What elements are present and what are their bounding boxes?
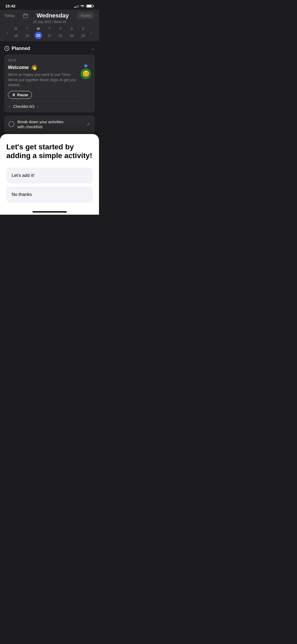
day-number: 24 [79,32,87,39]
day-letter: W [37,27,40,31]
bottom-sheet: Let's get started by adding a simple act… [0,134,99,215]
day-col-s23[interactable]: S 23 [68,27,76,39]
day-letter: T [49,27,50,31]
wave-emoji: 👋 [31,64,37,71]
status-time: 15:42 [5,4,15,8]
status-icons [74,4,94,8]
add-activity-button[interactable]: Let's add it! [6,168,93,183]
breakdown-left: Break down your activitieswith checklist… [8,119,63,130]
day-col-t21[interactable]: T 21 [46,27,53,39]
day-number: 22 [57,32,64,39]
day-col-w20[interactable]: W 20 [35,27,42,39]
breakdown-card: Break down your activitieswith checklist… [4,116,95,133]
day-letter: M [15,27,17,31]
home-indicator [32,211,67,213]
next-week-button[interactable]: › [89,30,94,36]
day-col-f22[interactable]: F 22 [57,27,64,39]
complete-checkmark-icon: ✓ [87,121,91,127]
day-letter: S [71,27,73,31]
day-letter: S [82,27,84,31]
main-content: Planned ⌄ 15:41 Welcome 👋 We're so happy… [0,41,99,143]
day-number: 19 [23,32,31,39]
pause-button[interactable]: ⏸ Pause [8,91,32,99]
day-number: 21 [46,32,53,39]
planned-section-header: Planned ⌄ [4,45,95,51]
checklist-label: Checklist 0/3 [13,104,34,109]
header-subtitle: 20 July 2022 / Week 29 [4,20,95,24]
battery-icon [86,4,94,8]
planned-chevron-icon[interactable]: ⌄ [91,45,95,51]
wifi-icon [80,4,85,8]
blue-dot [84,64,87,67]
signal-icon [74,4,79,8]
card-description: We're so happy you want to use Tiimo. We… [8,72,81,88]
clock-icon [4,46,10,51]
checklist-row[interactable]: ✓ Checklist 0/3 ⌄ [8,102,81,109]
pause-label: Pause [17,93,28,97]
day-col-m18[interactable]: M 18 [12,27,20,39]
smiley-icon: 😊 [81,68,91,79]
week-navigator: ‹ M 18 T 19 W 20 T 21 F 22 S 23 S 24 › [4,27,95,39]
card-text: Welcome 👋 We're so happy you want to use… [8,64,81,109]
breakdown-text: Break down your activitieswith checklist… [17,119,63,130]
circle-checkbox[interactable] [8,121,14,127]
status-bar: 15:42 [0,0,99,10]
check-icon: ✓ [8,104,11,109]
card-icons: 😊 [81,64,91,79]
card-title: Welcome [8,65,29,70]
header-title: Wednesday [37,12,69,19]
card-title-row: Welcome 👋 [8,64,81,71]
no-thanks-button[interactable]: No thanks [6,187,93,203]
card-body: Welcome 👋 We're so happy you want to use… [8,64,91,109]
svg-line-6 [7,48,8,49]
day-number: 20 [35,32,42,39]
calendar-header: Today Wednesday Notes 20 July 2022 / Wee… [0,10,99,41]
planned-left: Planned [4,46,30,51]
notes-button[interactable]: Notes [77,12,95,19]
day-col-t19[interactable]: T 19 [23,27,31,39]
day-number: 23 [68,32,76,39]
checklist-chevron-icon: ⌄ [36,105,39,108]
day-col-s24[interactable]: S 24 [79,27,87,39]
today-button[interactable]: Today [4,13,15,18]
day-number: 18 [12,32,20,39]
week-days: M 18 T 19 W 20 T 21 F 22 S 23 S 24 [10,27,88,39]
header-top: Today Wednesday Notes [4,12,95,19]
activity-card: 15:41 Welcome 👋 We're so happy you want … [4,54,95,112]
sheet-title: Let's get started by adding a simple act… [6,142,93,160]
svg-rect-0 [23,14,28,18]
day-letter: F [60,27,62,31]
prev-week-button[interactable]: ‹ [5,30,10,36]
card-time: 15:41 [8,58,91,62]
calendar-icon[interactable] [23,13,28,18]
day-letter: T [26,27,28,31]
planned-title: Planned [12,46,30,51]
pause-icon: ⏸ [12,93,16,97]
